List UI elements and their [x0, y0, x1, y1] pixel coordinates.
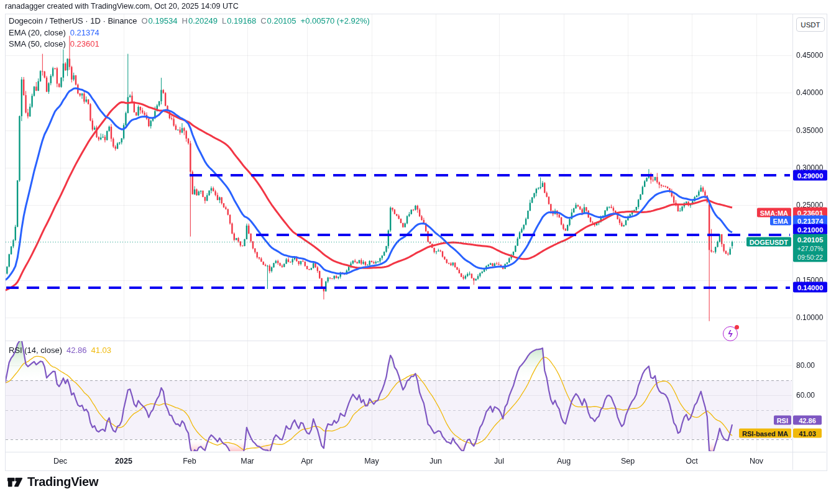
- resistance-level-badge: 0.29000: [793, 170, 827, 181]
- ohlc-open: O0.19534: [141, 16, 177, 25]
- price-tick-label: 0.10000: [796, 313, 823, 322]
- sma-legend-value: 0.23601: [70, 39, 99, 48]
- time-tick-label: 2025: [115, 457, 132, 465]
- rsi-legend-row[interactable]: RSI (14, close) 42.86 41.03: [9, 346, 111, 355]
- time-tick-label: Mar: [241, 457, 254, 465]
- symbol-title: Dogecoin / TetherUS · 1D · Binance: [9, 16, 137, 25]
- rsi-ma-legend-value: 41.03: [91, 346, 112, 355]
- ohlc-low: L0.19168: [222, 16, 256, 25]
- rsi-ma-value-badge: 41.03: [793, 429, 822, 438]
- ohlc-high: H0.20249: [182, 16, 218, 25]
- price-tick-label: 0.40000: [796, 88, 823, 97]
- ema-legend-value: 0.21374: [70, 28, 99, 37]
- rsi-legend-value: 42.86: [67, 346, 87, 355]
- rsi-tick-label: 80.00: [796, 361, 815, 370]
- notification-dot: [735, 325, 739, 329]
- ema-legend-row[interactable]: EMA (20, close) 0.21374: [9, 28, 99, 37]
- rsi-ma-line-label: RSI-based MA: [739, 429, 791, 438]
- rsi-legend-name: RSI (14, close): [9, 346, 62, 355]
- time-tick-label: Nov: [750, 457, 763, 465]
- time-tick-label: Jul: [494, 457, 504, 465]
- rsi-value-badge: 42.86: [793, 416, 822, 425]
- symbol-price-label: DOGEUSDT: [746, 237, 791, 247]
- time-tick-label: Aug: [557, 457, 571, 465]
- tradingview-logo-mark: [6, 474, 23, 490]
- sma-legend-row[interactable]: SMA (50, close) 0.23601: [9, 39, 99, 48]
- lightning-bolt-icon: ϟ: [728, 329, 732, 338]
- last-price: 0.20105: [797, 235, 824, 244]
- session-change: +27.07%: [797, 244, 824, 252]
- time-tick-label: Jun: [429, 457, 442, 465]
- ohlc-close: C0.20105: [260, 16, 296, 25]
- last-price-badge: 0.20105 +27.07% 09:50:22: [793, 234, 827, 262]
- chart-frame: [5, 14, 827, 471]
- symbol-legend-row[interactable]: Dogecoin / TetherUS · 1D · Binance O0.19…: [9, 16, 370, 25]
- time-axis[interactable]: Dec2025FebMarAprMayJunJulAugSepOctNov: [0, 452, 831, 470]
- time-tick-label: May: [364, 457, 379, 465]
- tradingview-logo-text: TradingView: [27, 475, 98, 489]
- change-value: +0.00570 (+2.92%): [301, 16, 370, 25]
- support-level-badge-low: 0.14000: [793, 282, 827, 293]
- ema-legend-name: EMA (20, close): [9, 28, 66, 37]
- time-tick-label: Dec: [53, 457, 67, 465]
- ema-line-label: EMA: [770, 216, 791, 226]
- support-level-badge: 0.21000: [793, 224, 827, 235]
- tradingview-logo[interactable]: TradingView: [6, 474, 98, 490]
- bar-countdown: 09:50:22: [797, 252, 823, 261]
- attribution-text: ranadagger created with TradingView.com,…: [5, 2, 239, 11]
- time-tick-label: Feb: [183, 457, 196, 465]
- time-tick-label: Apr: [301, 457, 313, 465]
- flash-boost-icon[interactable]: ϟ: [723, 326, 738, 341]
- price-tick-label: 0.45000: [796, 51, 823, 60]
- rsi-line-label: RSI: [774, 416, 791, 425]
- pane-separator[interactable]: [6, 341, 826, 341]
- price-tick-label: 0.35000: [796, 126, 823, 135]
- time-tick-label: Oct: [686, 457, 697, 465]
- time-tick-label: Sep: [621, 457, 635, 465]
- rsi-tick-label: 60.00: [796, 391, 815, 400]
- sma-legend-name: SMA (50, close): [9, 39, 66, 48]
